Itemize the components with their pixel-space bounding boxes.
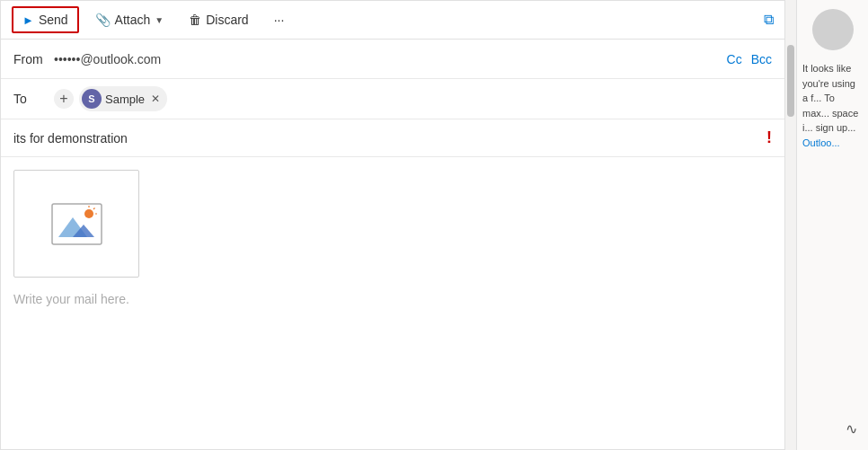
to-label: To	[13, 92, 54, 106]
discard-button[interactable]: 🗑 Discard	[180, 8, 257, 31]
compose-panel: ► Send 📎 Attach ▼ 🗑 Discard ··· ⧉ From •…	[0, 0, 785, 450]
body-area: Write your mail here.	[1, 157, 784, 449]
send-button[interactable]: ► Send	[12, 6, 79, 33]
outlook-link[interactable]: Outloo...	[802, 137, 840, 148]
recipient-name: Sample	[105, 93, 145, 106]
from-email: ••••••@outlook.com	[54, 52, 727, 66]
bcc-button[interactable]: Bcc	[751, 52, 772, 66]
attach-label: Attach	[115, 13, 151, 27]
add-recipient-button[interactable]: +	[54, 89, 74, 109]
discard-label: Discard	[206, 13, 248, 27]
body-placeholder[interactable]: Write your mail here.	[13, 292, 772, 306]
subject-warning-icon: !	[766, 128, 772, 147]
image-attachment[interactable]	[13, 170, 139, 278]
image-placeholder-icon	[48, 199, 106, 249]
attach-chevron-icon: ▼	[155, 15, 164, 25]
to-area: + S Sample ✕	[54, 86, 772, 111]
scrollbar-thumb[interactable]	[787, 45, 794, 117]
subject-row: !	[1, 119, 784, 157]
right-panel-avatar	[812, 9, 854, 50]
right-panel-text1: It looks like you're using a f... To max…	[802, 61, 863, 150]
more-icon: ···	[274, 13, 285, 27]
discard-icon: 🗑	[189, 13, 201, 27]
attach-button[interactable]: 📎 Attach ▼	[86, 8, 173, 31]
toolbar: ► Send 📎 Attach ▼ 🗑 Discard ··· ⧉	[1, 1, 784, 40]
to-row: To + S Sample ✕	[1, 79, 784, 119]
from-row: From ••••••@outlook.com Cc Bcc	[1, 40, 784, 79]
send-label: Send	[39, 13, 68, 27]
more-button[interactable]: ···	[265, 8, 294, 31]
send-icon: ►	[22, 13, 34, 27]
wifi-icon: ∿	[846, 420, 857, 437]
subject-input[interactable]	[13, 131, 766, 146]
expand-icon[interactable]: ⧉	[764, 12, 774, 28]
recipient-remove-button[interactable]: ✕	[151, 93, 160, 105]
svg-line-5	[93, 207, 95, 209]
recipient-chip[interactable]: S Sample ✕	[79, 86, 167, 111]
attach-icon: 📎	[95, 13, 111, 27]
svg-point-3	[84, 209, 93, 218]
scrollbar[interactable]	[785, 0, 796, 450]
cc-bcc-actions: Cc Bcc	[727, 52, 772, 66]
cc-button[interactable]: Cc	[727, 52, 742, 66]
right-panel: It looks like you're using a f... To max…	[796, 0, 868, 450]
avatar: S	[82, 89, 102, 109]
from-label: From	[13, 52, 54, 66]
